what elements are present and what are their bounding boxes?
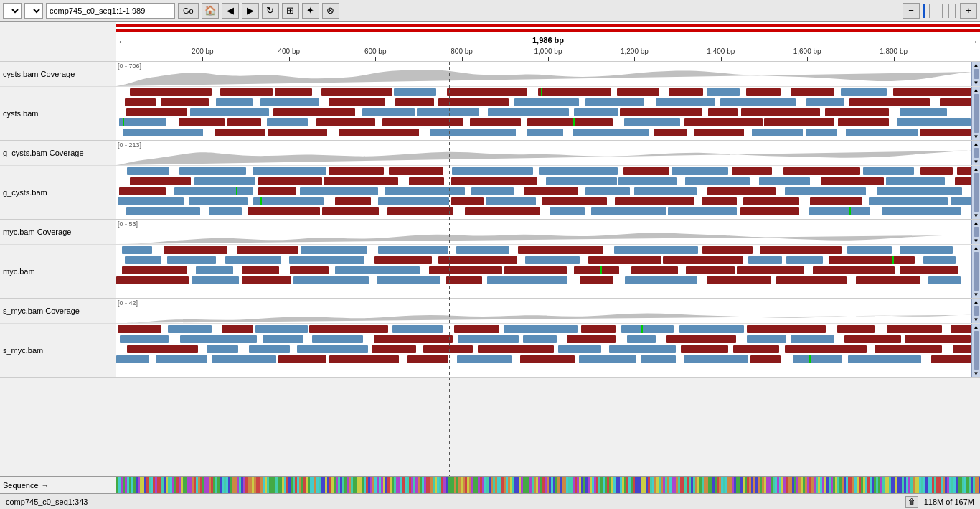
read-block[interactable] (194, 177, 255, 185)
read-block[interactable] (625, 276, 697, 284)
read-block[interactable] (290, 266, 329, 274)
read-block[interactable] (409, 177, 444, 185)
read-block[interactable] (875, 345, 942, 353)
read-block[interactable] (329, 355, 399, 363)
read-block[interactable] (585, 187, 630, 195)
read-block[interactable] (222, 325, 253, 333)
read-block[interactable] (957, 167, 971, 175)
read-block[interactable] (623, 167, 669, 175)
read-block[interactable] (335, 266, 419, 274)
read-block[interactable] (273, 108, 356, 116)
scrollbar-down-icon[interactable]: ▼ (974, 317, 979, 323)
cysts-coverage-scrollbar[interactable]: ▲ ▼ (971, 62, 980, 86)
read-block[interactable] (539, 167, 618, 175)
read-block[interactable] (672, 167, 728, 175)
read-block[interactable] (743, 197, 799, 205)
scrollbar-up-icon[interactable]: ▲ (974, 245, 979, 251)
read-block[interactable] (837, 325, 875, 333)
read-block[interactable] (574, 266, 620, 274)
read-block[interactable] (791, 335, 834, 343)
read-block[interactable] (825, 108, 889, 116)
scrollbar-up-icon[interactable]: ▲ (974, 62, 979, 68)
read-block[interactable] (585, 98, 644, 106)
read-block[interactable] (810, 197, 862, 205)
read-block[interactable] (920, 129, 971, 136)
cysts-bam-track[interactable]: ▲ ▼ (116, 87, 980, 141)
read-block[interactable] (248, 207, 321, 215)
read-block[interactable] (897, 118, 971, 126)
read-block[interactable] (631, 266, 678, 274)
read-block[interactable] (446, 276, 483, 284)
ruler-bar[interactable]: ← → 1,986 bp 200 bp400 bp600 bp800 bp1,0… (116, 34, 980, 62)
read-block[interactable] (260, 98, 319, 106)
read-block[interactable] (707, 187, 776, 195)
read-block[interactable] (253, 197, 324, 205)
s-myc-bam-track[interactable]: ▲ ▼ (116, 324, 980, 378)
read-block[interactable] (300, 187, 379, 195)
read-block[interactable] (838, 118, 889, 126)
read-block[interactable] (156, 355, 208, 363)
read-block[interactable] (732, 167, 772, 175)
scrollbar-up-icon[interactable]: ▲ (974, 141, 979, 147)
read-block[interactable] (119, 118, 167, 126)
read-block[interactable] (514, 98, 579, 106)
read-block[interactable] (451, 197, 484, 205)
read-block[interactable] (242, 266, 279, 274)
refresh-button[interactable]: ↻ (262, 3, 279, 19)
g-cysts-coverage-scrollbar[interactable]: ▲ ▼ (971, 141, 980, 165)
read-block[interactable] (316, 118, 375, 126)
read-block[interactable] (617, 88, 659, 96)
g-cysts-bam-track[interactable]: ▲ ▼ (116, 166, 980, 220)
read-block[interactable] (118, 197, 184, 205)
read-block[interactable] (447, 88, 527, 96)
read-block[interactable] (702, 197, 737, 205)
read-block[interactable] (423, 345, 473, 353)
read-block[interactable] (312, 335, 363, 343)
myc-bam-track[interactable]: ▲ ▼ (116, 245, 980, 299)
read-block[interactable] (125, 98, 156, 106)
read-block[interactable] (189, 197, 248, 205)
read-block[interactable] (374, 256, 432, 264)
settings-button[interactable]: ⊗ (322, 3, 339, 19)
read-block[interactable] (209, 207, 242, 215)
read-block[interactable] (123, 129, 203, 136)
read-block[interactable] (394, 88, 436, 96)
read-block[interactable] (321, 88, 392, 96)
read-block[interactable] (451, 177, 537, 185)
read-block[interactable] (558, 345, 601, 353)
read-block[interactable] (227, 118, 262, 126)
read-block[interactable] (116, 276, 189, 284)
myc-coverage-scrollbar[interactable]: ▲ ▼ (971, 220, 980, 244)
read-block[interactable] (928, 276, 961, 284)
read-block[interactable] (122, 266, 187, 274)
read-block[interactable] (900, 266, 958, 274)
location-input[interactable] (46, 3, 175, 19)
read-block[interactable] (212, 355, 276, 363)
read-block[interactable] (220, 88, 273, 96)
read-block[interactable] (179, 118, 225, 126)
read-block[interactable] (905, 335, 971, 343)
read-block[interactable] (225, 256, 281, 264)
g-cysts-bam-scrollbar[interactable]: ▲ ▼ (971, 166, 980, 219)
s-myc-coverage-track[interactable]: [0 - 42] ▲ ▼ (116, 299, 980, 324)
read-block[interactable] (116, 355, 149, 363)
read-block[interactable] (454, 325, 499, 333)
read-block[interactable] (806, 129, 837, 136)
read-block[interactable] (580, 276, 614, 284)
read-block[interactable] (663, 256, 743, 264)
read-block[interactable] (609, 345, 676, 353)
read-block[interactable] (309, 325, 387, 333)
read-block[interactable] (620, 108, 702, 116)
read-block[interactable] (747, 335, 786, 343)
read-block[interactable] (681, 345, 728, 353)
read-block[interactable] (588, 256, 661, 264)
read-block[interactable] (207, 345, 238, 353)
read-block[interactable] (618, 177, 677, 185)
read-block[interactable] (707, 88, 740, 96)
read-block[interactable] (627, 335, 656, 343)
read-block[interactable] (955, 177, 971, 185)
read-block[interactable] (470, 118, 521, 126)
chr-select[interactable]: comp745_c0_seq1 (24, 3, 43, 19)
read-block[interactable] (694, 129, 744, 136)
read-block[interactable] (581, 325, 616, 333)
